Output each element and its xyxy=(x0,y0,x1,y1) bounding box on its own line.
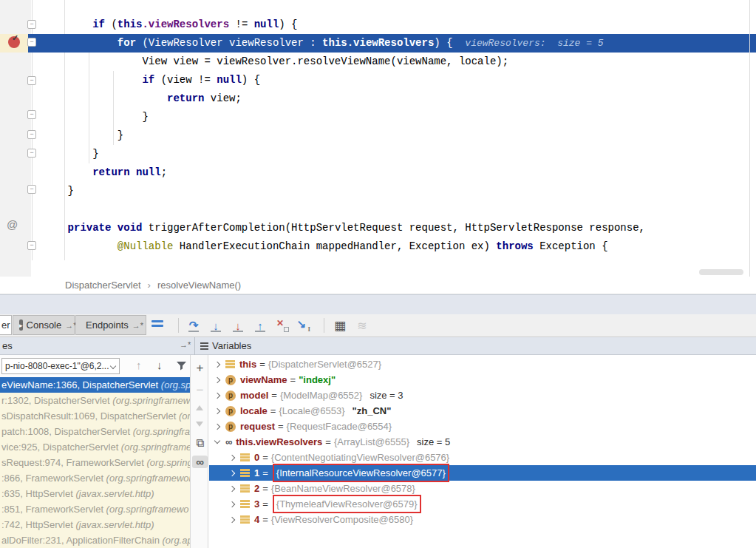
stack-frame-row[interactable]: :635, HttpServlet (javax.servlet.http) xyxy=(0,486,190,501)
move-watch-up-button[interactable] xyxy=(196,405,203,410)
chevron-collapsed-icon[interactable] xyxy=(214,392,220,398)
fold-marker-icon[interactable]: − xyxy=(27,38,36,47)
variable-extra: size = 5 xyxy=(417,434,450,450)
variable-value-annotated: {InternalResourceViewResolver@6577} xyxy=(273,464,449,482)
force-step-into-button[interactable]: ↓ xyxy=(229,317,247,334)
code-line[interactable]: return null; xyxy=(0,163,756,182)
object-icon xyxy=(240,453,250,461)
fold-marker-icon[interactable]: − xyxy=(27,76,36,85)
parameter-icon: p xyxy=(225,422,236,432)
debugger-toolbar: er ▸ Console →* Endpoints →* ↷ ↓ ↓ ↑ ✕ ↘… xyxy=(0,314,756,337)
breadcrumb-method[interactable]: resolveViewName() xyxy=(157,280,241,291)
parameter-icon: p xyxy=(225,406,236,416)
variable-row[interactable]: pmodel={ModelMap@6552}size = 3 xyxy=(209,388,756,403)
stack-frame-row[interactable]: r:1302, DispatcherServlet (org.springfra… xyxy=(0,393,190,408)
code-line[interactable]: } xyxy=(0,126,756,145)
stack-frame-row[interactable]: :851, FrameworkServlet (org.springframew… xyxy=(0,501,190,517)
chevron-collapsed-icon[interactable] xyxy=(229,454,235,460)
variable-row[interactable]: 0={ContentNegotiatingViewResolver@6576} xyxy=(209,450,756,465)
variables-list[interactable]: this={DispatcherServlet@6527}pviewName="… xyxy=(209,355,756,548)
code-line[interactable] xyxy=(0,200,756,219)
stack-frame-row[interactable]: :866, FrameworkServlet (org.springframew… xyxy=(0,470,190,486)
variable-row[interactable]: 1={InternalResourceViewResolver@6577} xyxy=(209,465,756,481)
tab-endpoints[interactable]: Endpoints →* xyxy=(75,315,146,335)
fold-marker-icon[interactable]: − xyxy=(27,20,36,29)
variable-name: 3 xyxy=(254,496,259,512)
code-lines[interactable]: if (this.viewResolvers != null) { for (V… xyxy=(0,16,756,256)
stack-frame-row[interactable]: patch:1008, DispatcherServlet (org.sprin… xyxy=(0,424,190,439)
add-watch-button[interactable]: + xyxy=(191,361,209,376)
chevron-collapsed-icon[interactable] xyxy=(214,361,220,367)
chevron-collapsed-icon[interactable] xyxy=(229,516,235,522)
code-line[interactable]: if (view != null) { xyxy=(0,71,756,89)
thread-selector[interactable]: p-nio-8080-exec-1"@6,2... xyxy=(1,358,120,374)
variable-name: viewName xyxy=(240,372,287,388)
remove-watch-button[interactable]: − xyxy=(191,383,209,398)
variable-row[interactable]: ∞this.viewResolvers={ArrayList@6555}size… xyxy=(209,434,756,450)
tab-console[interactable]: ▸ Console →* xyxy=(13,315,75,335)
previous-frame-button[interactable]: ↑ xyxy=(136,359,142,371)
stack-frame-row[interactable]: sRequest:974, FrameworkServlet (org.spri… xyxy=(0,455,190,470)
show-watches-toggle[interactable]: ∞ xyxy=(192,456,208,468)
fold-marker-icon[interactable]: − xyxy=(27,185,36,194)
duplicate-watch-button[interactable]: ⧉ xyxy=(191,436,209,450)
chevron-collapsed-icon[interactable] xyxy=(214,407,220,413)
variable-row[interactable]: 3={ThymeleafViewResolver@6579} xyxy=(209,496,756,512)
stack-frame-row[interactable]: alDoFilter:231, ApplicationFilterChain (… xyxy=(0,532,190,548)
frames-pin-icon[interactable]: →* xyxy=(180,340,191,349)
step-out-button[interactable]: ↑ xyxy=(251,317,269,334)
breadcrumb-class[interactable]: DispatcherServlet xyxy=(65,280,141,291)
variables-menu-icon[interactable] xyxy=(200,342,208,351)
fold-marker-icon[interactable]: − xyxy=(27,149,36,158)
ide-window: ✓ @ − − − − − − − − if (this.viewResolve… xyxy=(0,0,756,548)
chevron-collapsed-icon[interactable] xyxy=(229,485,235,491)
variable-row[interactable]: plocale={Locale@6553}"zh_CN" xyxy=(209,403,756,419)
variable-value: {RequestFacade@6554} xyxy=(287,419,392,434)
code-line[interactable]: private void triggerAfterCompletion(Http… xyxy=(0,219,756,237)
fold-marker-icon[interactable]: − xyxy=(27,130,36,139)
code-editor[interactable]: ✓ @ − − − − − − − − if (this.viewResolve… xyxy=(0,0,756,277)
tab-debugger[interactable]: er xyxy=(0,315,12,335)
object-icon xyxy=(240,515,250,524)
code-line[interactable]: if (this.viewResolvers != null) { xyxy=(0,16,756,34)
variable-row[interactable]: prequest={RequestFacade@6554} xyxy=(209,419,756,434)
chevron-collapsed-icon[interactable] xyxy=(229,470,235,476)
fold-marker-icon[interactable]: − xyxy=(27,110,36,119)
console-icon: ▸ xyxy=(19,319,23,331)
frames-list[interactable]: eViewName:1366, DispatcherServlet (org.s… xyxy=(0,377,190,548)
variable-name: locale xyxy=(240,403,268,419)
stack-frame-row[interactable]: eViewName:1366, DispatcherServlet (org.s… xyxy=(0,377,190,393)
code-line[interactable]: @Nullable HandlerExecutionChain mappedHa… xyxy=(0,237,756,256)
run-to-cursor-button[interactable]: ↘ I xyxy=(294,317,312,334)
chevron-collapsed-icon[interactable] xyxy=(229,501,235,507)
fold-marker-icon[interactable]: − xyxy=(27,241,36,250)
chevron-collapsed-icon[interactable] xyxy=(214,423,220,429)
variable-row[interactable]: 2={BeanNameViewResolver@6578} xyxy=(209,481,756,496)
variable-row[interactable]: this={DispatcherServlet@6527} xyxy=(209,356,756,372)
code-line[interactable]: } xyxy=(0,145,756,163)
watches-toolbar: + − ⧉ ∞ xyxy=(190,355,208,548)
stack-frame-row[interactable]: vice:925, DispatcherServlet (org.springf… xyxy=(0,439,190,455)
drop-frame-button[interactable]: ✕ xyxy=(273,317,291,334)
variable-row[interactable]: 4={ViewResolverComposite@6580} xyxy=(209,512,756,527)
stack-frame-row[interactable]: sDispatchResult:1069, DispatcherServlet … xyxy=(0,408,190,424)
layout-settings-button[interactable]: ≋ xyxy=(353,317,371,334)
editor-horizontal-scrollbar[interactable] xyxy=(699,269,743,275)
stack-frame-row[interactable]: :742, HttpServlet (javax.servlet.http) xyxy=(0,517,190,532)
code-line[interactable]: } xyxy=(0,108,756,126)
filter-frames-icon[interactable] xyxy=(176,360,187,371)
step-into-button[interactable]: ↓ xyxy=(207,317,225,334)
step-over-button[interactable]: ↷ xyxy=(185,317,202,334)
move-watch-down-button[interactable] xyxy=(196,422,203,427)
chevron-expanded-icon[interactable] xyxy=(214,438,220,444)
next-frame-button[interactable]: ↓ xyxy=(157,359,163,371)
execution-line[interactable]: for (ViewResolver viewResolver : this.vi… xyxy=(0,34,756,53)
variable-row[interactable]: pviewName="indexj" xyxy=(209,372,756,388)
code-line[interactable]: return view; xyxy=(0,89,756,108)
chevron-collapsed-icon[interactable] xyxy=(214,376,220,382)
code-line[interactable]: View view = viewResolver.resolveViewName… xyxy=(0,53,756,71)
tab-pin-icon: →* xyxy=(132,321,143,330)
code-line[interactable]: } xyxy=(0,182,756,200)
evaluate-expression-button[interactable]: ▦ xyxy=(331,317,349,334)
show-execution-point-icon[interactable] xyxy=(151,320,163,329)
